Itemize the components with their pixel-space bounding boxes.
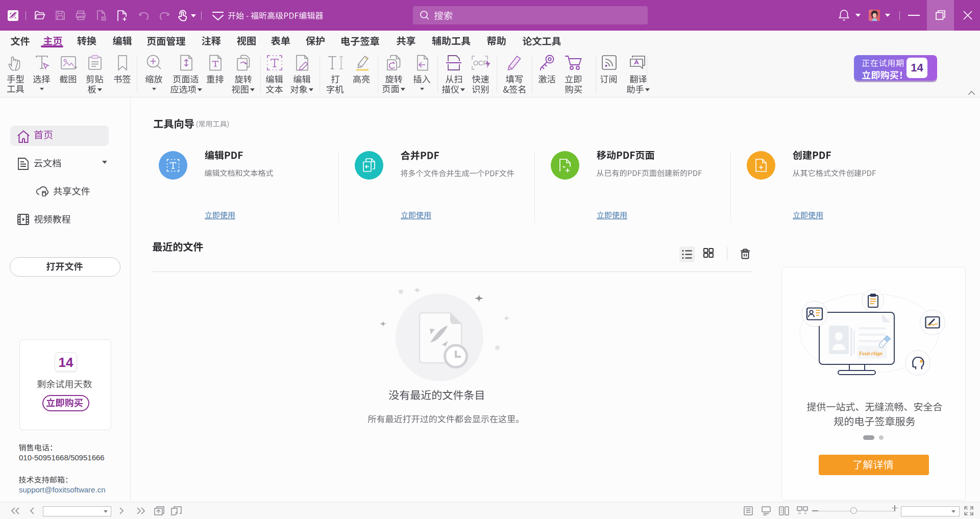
svg-text:Foxit eSign: Foxit eSign bbox=[859, 351, 883, 356]
svg-text:OCR: OCR bbox=[473, 59, 488, 67]
